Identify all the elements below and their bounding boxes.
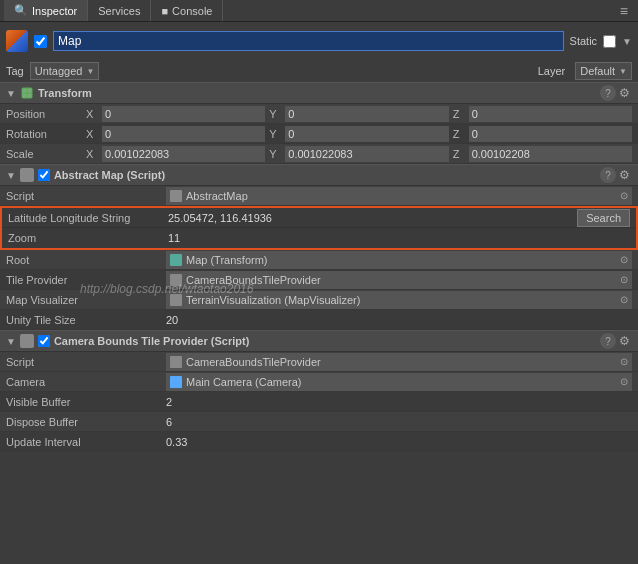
scale-y-input[interactable] bbox=[285, 146, 448, 162]
static-label: Static bbox=[570, 35, 598, 47]
abstract-map-enabled-checkbox[interactable] bbox=[38, 169, 50, 181]
tile-provider-row: Tile Provider CameraBoundsTileProvider ⊙ bbox=[0, 270, 638, 290]
camera-bounds-script-field[interactable]: CameraBoundsTileProvider ⊙ bbox=[166, 353, 632, 371]
layer-value: Default bbox=[580, 65, 615, 77]
transform-collapse-arrow[interactable]: ▼ bbox=[6, 88, 16, 99]
abstract-map-section-header: ▼ Abstract Map (Script) ? ⚙ bbox=[0, 164, 638, 186]
tile-provider-value: CameraBoundsTileProvider bbox=[186, 274, 321, 286]
root-field[interactable]: Map (Transform) ⊙ bbox=[166, 251, 632, 269]
transform-help-btn[interactable]: ? bbox=[600, 85, 616, 101]
camera-bounds-script-dot: ⊙ bbox=[620, 356, 628, 367]
object-icon bbox=[6, 30, 28, 52]
script-field-dot: ⊙ bbox=[620, 190, 628, 201]
rotation-fields: X Y Z bbox=[86, 126, 632, 142]
camera-bounds-help-btn[interactable]: ? bbox=[600, 333, 616, 349]
static-dropdown-arrow[interactable]: ▼ bbox=[622, 36, 632, 47]
camera-bounds-gear-btn[interactable]: ⚙ bbox=[616, 333, 632, 349]
rotation-x-input[interactable] bbox=[102, 126, 265, 142]
transform-section-header: ▼ Transform ? ⚙ bbox=[0, 82, 638, 104]
camera-dot: ⊙ bbox=[620, 376, 628, 387]
unity-tile-row: Unity Tile Size 20 bbox=[0, 310, 638, 330]
zoom-value: 11 bbox=[168, 232, 630, 244]
camera-bounds-title: Camera Bounds Tile Provider (Script) bbox=[54, 335, 596, 347]
tab-console[interactable]: ■ Console bbox=[151, 0, 223, 21]
camera-bounds-script-label: Script bbox=[6, 356, 166, 368]
abstract-map-title: Abstract Map (Script) bbox=[54, 169, 596, 181]
scale-z-input[interactable] bbox=[469, 146, 632, 162]
static-checkbox[interactable] bbox=[603, 35, 616, 48]
zoom-label: Zoom bbox=[8, 232, 168, 244]
abstract-map-script-icon bbox=[20, 168, 34, 182]
scale-z-axis: Z bbox=[453, 148, 465, 160]
object-active-checkbox[interactable] bbox=[34, 35, 47, 48]
root-icon bbox=[170, 254, 182, 266]
camera-bounds-section-header: ▼ Camera Bounds Tile Provider (Script) ?… bbox=[0, 330, 638, 352]
update-interval-label: Update Interval bbox=[6, 436, 166, 448]
visible-buffer-row: Visible Buffer 2 bbox=[0, 392, 638, 412]
visible-buffer-value: 2 bbox=[166, 396, 632, 408]
lat-long-row: Latitude Longitude String 25.05472, 116.… bbox=[2, 208, 636, 228]
position-y-axis: Y bbox=[269, 108, 281, 120]
camera-bounds-script-icon bbox=[20, 334, 34, 348]
position-row: Position X Y Z bbox=[0, 104, 638, 124]
transform-title: Transform bbox=[38, 87, 596, 99]
map-visualizer-field[interactable]: TerrainVisualization (MapVisualizer) ⊙ bbox=[166, 291, 632, 309]
abstract-map-gear-btn[interactable]: ⚙ bbox=[616, 167, 632, 183]
map-visualizer-icon bbox=[170, 294, 182, 306]
lat-long-value: 25.05472, 116.41936 bbox=[168, 212, 577, 224]
position-y-input[interactable] bbox=[285, 106, 448, 122]
map-visualizer-dot: ⊙ bbox=[620, 294, 628, 305]
abstract-map-collapse-arrow[interactable]: ▼ bbox=[6, 170, 16, 181]
scale-fields: X Y Z bbox=[86, 146, 632, 162]
tag-layer-row: Tag Untagged ▼ Layer Default ▼ bbox=[0, 60, 638, 82]
search-button[interactable]: Search bbox=[577, 209, 630, 227]
scale-y-axis: Y bbox=[269, 148, 281, 160]
rotation-x-axis: X bbox=[86, 128, 98, 140]
dispose-buffer-label: Dispose Buffer bbox=[6, 416, 166, 428]
tab-more[interactable]: ≡ bbox=[614, 3, 634, 19]
tab-bar: 🔍 Inspector Services ■ Console ≡ bbox=[0, 0, 638, 22]
camera-label: Camera bbox=[6, 376, 166, 388]
map-visualizer-label: Map Visualizer bbox=[6, 294, 166, 306]
tile-provider-field[interactable]: CameraBoundsTileProvider ⊙ bbox=[166, 271, 632, 289]
root-label: Root bbox=[6, 254, 166, 266]
object-header: Static ▼ bbox=[0, 22, 638, 60]
script-field[interactable]: AbstractMap ⊙ bbox=[166, 187, 632, 205]
scale-x-axis: X bbox=[86, 148, 98, 160]
layer-label: Layer bbox=[538, 65, 566, 77]
update-interval-row: Update Interval 0.33 bbox=[0, 432, 638, 452]
abstract-map-help-btn[interactable]: ? bbox=[600, 167, 616, 183]
position-x-input[interactable] bbox=[102, 106, 265, 122]
root-value: Map (Transform) bbox=[186, 254, 268, 266]
tile-provider-label: Tile Provider bbox=[6, 274, 166, 286]
tab-inspector[interactable]: 🔍 Inspector bbox=[4, 0, 88, 21]
abstract-map-script-row: Script AbstractMap ⊙ bbox=[0, 186, 638, 206]
scale-x-input[interactable] bbox=[102, 146, 265, 162]
dispose-buffer-value: 6 bbox=[166, 416, 632, 428]
layer-dropdown-arrow: ▼ bbox=[619, 67, 627, 76]
tile-provider-icon bbox=[170, 274, 182, 286]
camera-bounds-enabled-checkbox[interactable] bbox=[38, 335, 50, 347]
camera-value: Main Camera (Camera) bbox=[186, 376, 302, 388]
object-name-input[interactable] bbox=[53, 31, 564, 51]
tag-dropdown[interactable]: Untagged ▼ bbox=[30, 62, 100, 80]
console-icon: ■ bbox=[161, 5, 168, 17]
rotation-row: Rotation X Y Z bbox=[0, 124, 638, 144]
position-z-axis: Z bbox=[453, 108, 465, 120]
visible-buffer-label: Visible Buffer bbox=[6, 396, 166, 408]
layer-dropdown[interactable]: Default ▼ bbox=[575, 62, 632, 80]
unity-tile-value: 20 bbox=[166, 314, 632, 326]
update-interval-value: 0.33 bbox=[166, 436, 632, 448]
rotation-y-input[interactable] bbox=[285, 126, 448, 142]
tab-inspector-label: Inspector bbox=[32, 5, 77, 17]
transform-gear-btn[interactable]: ⚙ bbox=[616, 85, 632, 101]
zoom-row: Zoom 11 bbox=[2, 228, 636, 248]
rotation-z-input[interactable] bbox=[469, 126, 632, 142]
root-dot: ⊙ bbox=[620, 254, 628, 265]
map-visualizer-row: Map Visualizer TerrainVisualization (Map… bbox=[0, 290, 638, 310]
camera-bounds-script-row: Script CameraBoundsTileProvider ⊙ bbox=[0, 352, 638, 372]
camera-bounds-collapse-arrow[interactable]: ▼ bbox=[6, 336, 16, 347]
camera-field[interactable]: Main Camera (Camera) ⊙ bbox=[166, 373, 632, 391]
tab-services[interactable]: Services bbox=[88, 0, 151, 21]
position-z-input[interactable] bbox=[469, 106, 632, 122]
